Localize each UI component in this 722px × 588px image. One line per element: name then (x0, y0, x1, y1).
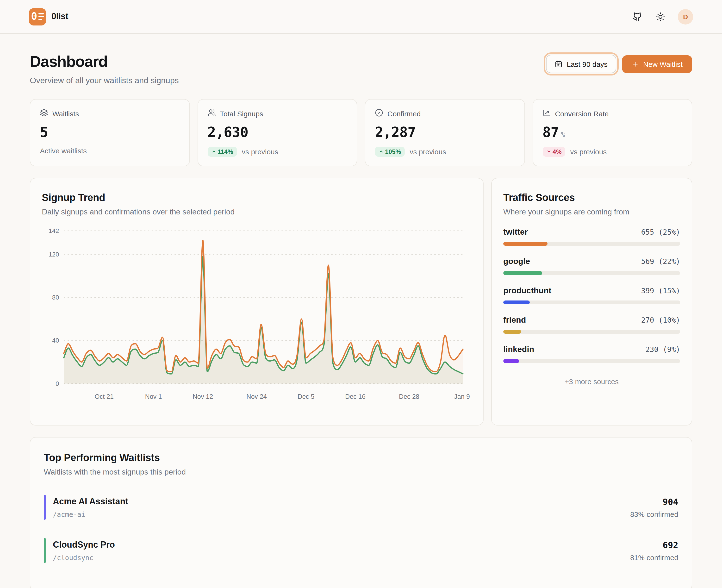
waitlist-accent-bar (44, 495, 46, 520)
waitlist-signup-count: 904 (630, 497, 678, 506)
svg-text:142: 142 (48, 227, 59, 234)
waitlist-row[interactable]: CloudSync Pro /cloudsync 692 81% confirm… (44, 538, 678, 563)
traffic-source-row: linkedin 230 (9%) (503, 345, 680, 363)
svg-text:Dec 28: Dec 28 (399, 393, 419, 400)
svg-text:Nov 24: Nov 24 (246, 393, 267, 400)
stat-value: 2,630 (207, 124, 248, 140)
new-waitlist-label: New Waitlist (643, 60, 683, 67)
traffic-source-bar-track (503, 271, 680, 275)
waitlist-row[interactable]: Acme AI Assistant /acme-ai 904 83% confi… (44, 495, 678, 520)
signup-trend-chart: 04080120142Oct 21Nov 1Nov 12Nov 24Dec 5D… (42, 226, 471, 404)
stat-label: Conversion Rate (555, 110, 609, 118)
calendar-icon (555, 60, 562, 68)
traffic-source-row: producthunt 399 (15%) (503, 286, 680, 304)
users-icon (207, 109, 216, 119)
waitlist-slug: /acme-ai (53, 510, 128, 518)
signup-trend-title: Signup Trend (42, 192, 471, 203)
svg-text:40: 40 (52, 337, 59, 344)
stat-sub-text: vs previous (570, 148, 607, 156)
stat-change-value: 114% (217, 148, 233, 155)
stats-row: Waitlists 5 Active waitlists Total Signu… (30, 99, 692, 166)
date-range-button[interactable]: Last 90 days (546, 55, 616, 73)
svg-text:0: 0 (56, 380, 59, 387)
svg-text:Oct 21: Oct 21 (95, 393, 114, 400)
traffic-source-row: friend 270 (10%) (503, 315, 680, 334)
traffic-source-bar-track (503, 330, 680, 334)
waitlist-name: CloudSync Pro (53, 540, 115, 550)
svg-text:120: 120 (48, 251, 59, 258)
traffic-source-bar-track (503, 359, 680, 363)
top-waitlists-title: Top Performing Waitlists (44, 452, 678, 463)
stat-card: Waitlists 5 Active waitlists (30, 99, 190, 166)
traffic-sources-title: Traffic Sources (503, 192, 680, 203)
traffic-source-value: 569 (22%) (641, 257, 680, 266)
traffic-source-value: 230 (9%) (645, 345, 680, 354)
app-name: 0list (51, 12, 68, 22)
top-waitlists-subtitle: Waitlists with the most signups this per… (44, 468, 678, 477)
traffic-source-name: producthunt (503, 286, 551, 296)
theme-toggle-sun-icon[interactable] (655, 11, 666, 22)
layers-icon (40, 109, 48, 119)
github-icon[interactable] (632, 11, 643, 22)
waitlist-accent-bar (44, 538, 46, 563)
page-subtitle: Overview of all your waitlists and signu… (30, 76, 179, 86)
dashboard-page: 0 0list D Dashboard (0, 0, 722, 588)
traffic-source-name: google (503, 257, 530, 266)
stat-label: Waitlists (52, 110, 79, 118)
stat-sub-text: vs previous (242, 148, 278, 156)
top-waitlists-card: Top Performing Waitlists Waitlists with … (30, 437, 692, 588)
traffic-source-row: google 569 (22%) (503, 257, 680, 275)
stat-change-value: 105% (385, 148, 401, 155)
svg-text:Jan 9: Jan 9 (454, 393, 470, 400)
waitlist-signup-count: 692 (630, 540, 678, 550)
waitlist-confirmed-pct: 81% confirmed (630, 553, 678, 561)
svg-text:Dec 5: Dec 5 (298, 393, 314, 400)
traffic-sources-list: twitter 655 (25%) google 569 (22%) produ… (503, 227, 680, 363)
stat-change-badge: 105% (375, 147, 405, 157)
app-logo-icon: 0 (29, 8, 46, 25)
traffic-source-value: 270 (10%) (641, 316, 680, 324)
stat-sub-text: Active waitlists (40, 147, 87, 155)
trend-caret-icon (546, 148, 551, 155)
stat-change-badge: 114% (207, 147, 237, 157)
traffic-source-bar-fill (503, 242, 548, 246)
traffic-source-bar-track (503, 242, 680, 246)
stat-card: Confirmed 2,287 105% vs previous (365, 99, 525, 166)
traffic-source-name: twitter (503, 227, 528, 237)
stat-sub-text: vs previous (410, 148, 446, 156)
waitlist-slug: /cloudsync (53, 554, 115, 561)
traffic-source-value: 655 (25%) (641, 228, 680, 236)
stat-label: Total Signups (220, 110, 263, 118)
svg-text:Dec 16: Dec 16 (345, 393, 365, 400)
traffic-source-bar-fill (503, 300, 530, 304)
app-header: 0 0list D (0, 0, 722, 34)
stat-card: Total Signups 2,630 114% vs previous (197, 99, 357, 166)
traffic-source-row: twitter 655 (25%) (503, 227, 680, 246)
traffic-source-name: linkedin (503, 345, 534, 354)
signup-trend-card: Signup Trend Daily signups and confirmat… (30, 178, 484, 425)
trend-caret-icon (379, 148, 384, 155)
stat-change-badge: 4% (543, 147, 566, 157)
traffic-source-bar-fill (503, 271, 542, 275)
traffic-source-name: friend (503, 315, 526, 325)
top-waitlists-list: Acme AI Assistant /acme-ai 904 83% confi… (44, 495, 678, 563)
check-circle-icon (375, 109, 383, 119)
traffic-source-value: 399 (15%) (641, 287, 680, 295)
stat-card: Conversion Rate 87% 4% vs previous (532, 99, 692, 166)
waitlist-name: Acme AI Assistant (53, 497, 128, 506)
svg-text:Nov 12: Nov 12 (192, 393, 213, 400)
svg-text:Nov 1: Nov 1 (145, 393, 162, 400)
page-title: Dashboard (30, 53, 179, 71)
stat-value: 2,287 (375, 124, 416, 140)
stat-change-value: 4% (553, 148, 562, 155)
more-sources-label: +3 more sources (503, 377, 680, 385)
traffic-source-bar-fill (503, 330, 521, 334)
stat-value: 87 (543, 124, 559, 140)
brand[interactable]: 0 0list (29, 8, 68, 25)
user-avatar[interactable]: D (678, 9, 693, 24)
trend-caret-icon (211, 148, 216, 155)
new-waitlist-button[interactable]: New Waitlist (622, 55, 692, 73)
signup-trend-subtitle: Daily signups and confirmations over the… (42, 208, 471, 216)
date-range-label: Last 90 days (567, 60, 608, 67)
traffic-sources-card: Traffic Sources Where your signups are c… (491, 178, 692, 425)
